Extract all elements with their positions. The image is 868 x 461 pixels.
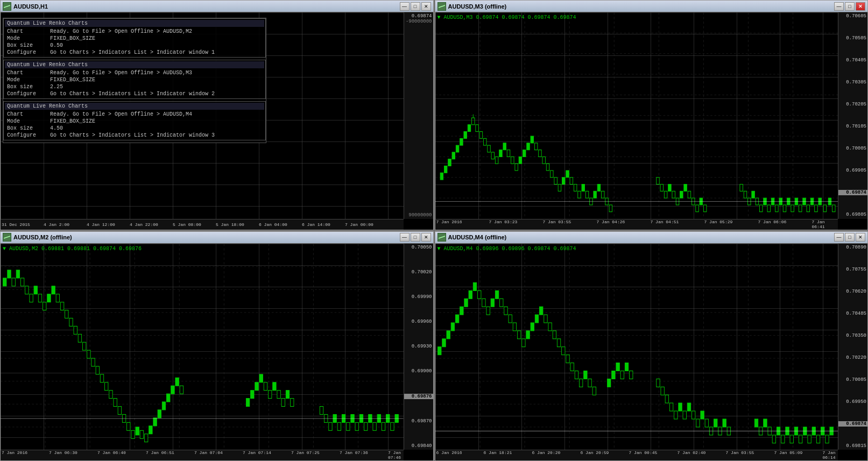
svg-rect-136 (65, 310, 68, 318)
info-key: Mode (7, 118, 50, 124)
svg-rect-34 (487, 145, 490, 152)
svg-rect-58 (582, 185, 584, 192)
time-label: 7 Jan 06:14 (823, 450, 838, 460)
svg-rect-234 (539, 307, 542, 315)
svg-rect-239 (561, 346, 564, 354)
info-key: Box size (7, 42, 50, 48)
svg-rect-48 (542, 157, 545, 164)
price-label: 0.69930 (404, 344, 433, 349)
price-axis-m3: 0.70605 0.70505 0.70405 0.70305 0.70205 … (838, 12, 867, 219)
svg-rect-162 (180, 386, 183, 394)
svg-rect-139 (78, 334, 81, 342)
price-label: 0.70605 (838, 13, 867, 19)
svg-rect-212 (442, 338, 445, 346)
svg-rect-70 (672, 191, 674, 198)
svg-rect-76 (695, 205, 698, 212)
info-row-3-1: Mode FIXED_BOX_SIZE (5, 118, 264, 125)
time-label: 7 Jan 07:04 (194, 450, 223, 455)
svg-rect-26 (460, 138, 462, 145)
time-axis-h1: 31 Dec 2015 4 Jan 2:00 4 Jan 12:00 4 Jan… (1, 219, 404, 230)
svg-rect-237 (553, 330, 556, 338)
price-label: 0.70205 (838, 102, 867, 107)
maximize-btn-m2[interactable]: □ (411, 233, 420, 242)
svg-rect-47 (538, 150, 541, 157)
maximize-btn-m4[interactable]: □ (845, 233, 855, 242)
minimize-btn-h1[interactable]: — (400, 2, 410, 11)
info-val: 0.50 (50, 42, 262, 48)
chart-area-m4: ▼ AUDUSD,M4 0.69896 0.69896 0.69874 0.69… (435, 244, 868, 461)
info-val: FIXED_BOX_SIZE (50, 36, 262, 41)
minimize-btn-m4[interactable]: — (834, 233, 844, 242)
price-label: 0.70085 (838, 377, 867, 382)
svg-rect-42 (519, 157, 521, 164)
close-btn-m4[interactable]: ✕ (856, 233, 865, 242)
close-btn-m2[interactable]: ✕ (421, 233, 431, 242)
win-buttons-m3[interactable]: — □ ✕ (834, 2, 865, 11)
info-section-2: Quantum Live Renko Charts Chart Ready. G… (3, 60, 266, 99)
time-label: 7 Jan 2016 (436, 219, 462, 224)
svg-rect-167 (264, 382, 267, 390)
svg-rect-282 (807, 435, 810, 443)
info-row-2-3: Configure Go to Charts > Indicators List… (5, 90, 264, 97)
svg-rect-29 (471, 118, 474, 125)
info-key: Configure (7, 49, 50, 55)
win-buttons-h1[interactable]: — □ ✕ (400, 2, 431, 11)
svg-rect-188 (382, 422, 385, 430)
chart-area-h1: Quantum Live Renko Charts Chart Ready. G… (1, 12, 433, 230)
svg-rect-248 (611, 371, 615, 379)
svg-rect-143 (96, 366, 99, 374)
time-label: 6 Jan 20:59 (581, 450, 609, 455)
chart-area-m3: ▼ AUDUSD,M3 0.69874 0.69874 0.69874 0.69… (435, 12, 868, 230)
svg-rect-249 (616, 363, 619, 371)
svg-rect-284 (816, 435, 820, 443)
svg-rect-244 (583, 371, 587, 379)
svg-rect-180 (347, 422, 350, 430)
info-row-3-2: Box size 4.50 (5, 125, 264, 132)
svg-rect-160 (171, 386, 174, 394)
price-label: 0.70350 (838, 333, 867, 338)
svg-rect-223 (491, 299, 494, 307)
svg-rect-78 (703, 205, 706, 212)
svg-rect-286 (825, 435, 828, 443)
svg-rect-214 (451, 323, 454, 331)
svg-rect-46 (534, 143, 537, 150)
info-key: Chart (7, 70, 50, 76)
svg-rect-266 (714, 419, 717, 427)
svg-rect-43 (523, 150, 525, 157)
win-buttons-m2[interactable]: — □ ✕ (400, 233, 431, 242)
svg-rect-74 (688, 191, 690, 198)
svg-rect-55 (570, 178, 573, 185)
svg-rect-72 (680, 191, 682, 198)
price-label: 0.69874 (404, 13, 433, 19)
window-icon-m3 (437, 2, 446, 11)
svg-rect-254 (660, 387, 664, 395)
minimize-btn-m2[interactable]: — (400, 233, 410, 242)
svg-rect-123 (8, 270, 11, 278)
svg-rect-257 (674, 411, 677, 419)
title-bar-m4: AUDUSD,M4 (offline) — □ ✕ (435, 232, 868, 244)
svg-rect-69 (668, 185, 671, 192)
svg-rect-232 (531, 323, 534, 331)
svg-rect-144 (100, 374, 103, 382)
svg-rect-35 (491, 152, 494, 159)
svg-rect-218 (469, 290, 472, 299)
svg-rect-155 (149, 425, 152, 434)
svg-rect-31 (475, 125, 478, 132)
info-section-title-1: Quantum Live Renko Charts (5, 20, 264, 27)
win-buttons-m4[interactable]: — □ ✕ (834, 233, 865, 242)
info-val: Go to Charts > Indicators List > Indicat… (50, 132, 262, 138)
time-label: 5 Jan 18:00 (216, 222, 244, 227)
maximize-btn-h1[interactable]: □ (411, 2, 420, 11)
svg-rect-151 (131, 430, 135, 438)
svg-rect-40 (511, 157, 513, 164)
svg-rect-130 (38, 294, 41, 302)
svg-rect-96 (807, 205, 809, 212)
minimize-btn-m3[interactable]: — (834, 2, 844, 11)
maximize-btn-m3[interactable]: □ (845, 2, 855, 11)
close-btn-m3[interactable]: ✕ (856, 2, 865, 11)
price-label-current: 0.69874 (838, 190, 867, 195)
svg-rect-62 (597, 185, 600, 192)
close-btn-h1[interactable]: ✕ (421, 2, 431, 11)
price-label: 0.69950 (838, 399, 867, 405)
svg-rect-186 (373, 422, 376, 430)
